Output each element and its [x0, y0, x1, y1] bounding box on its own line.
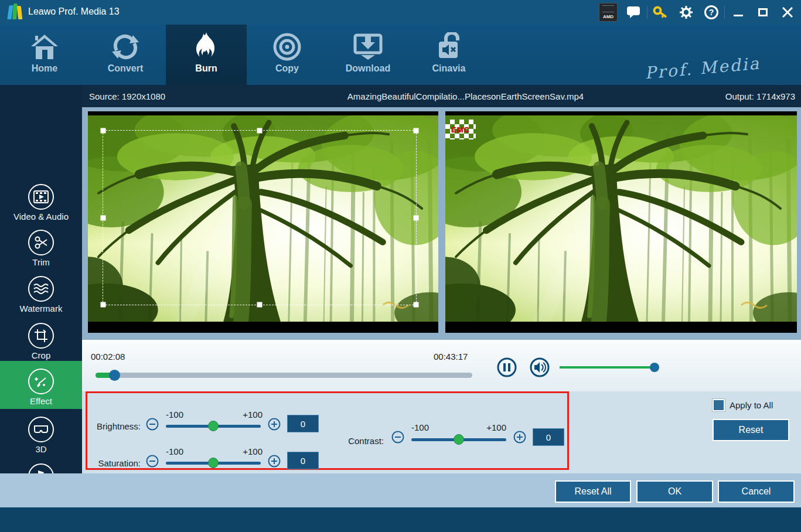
total-time: 00:43:17: [434, 352, 478, 362]
contrast-min-label: -100: [411, 422, 429, 432]
effect-panel: Brightness: -100 +100 0 Saturation: -100…: [82, 391, 801, 473]
saturation-plus-button[interactable]: [268, 455, 281, 468]
download-icon: [328, 32, 408, 62]
app-window: Leawo Prof. Media 13 AMD ? Home: [0, 0, 801, 532]
reset-button[interactable]: Reset: [713, 419, 789, 441]
sidebar-item-effect[interactable]: Effect: [0, 361, 82, 409]
saturation-value[interactable]: 0: [287, 452, 319, 469]
trim-scissors-icon: [28, 230, 54, 255]
window-title: Leawo Prof. Media 13: [28, 6, 120, 17]
volume-button[interactable]: [530, 357, 550, 377]
playback-bar: 00:02:08 00:43:17: [82, 340, 801, 391]
titlebar: Leawo Prof. Media 13 AMD ?: [0, 0, 801, 25]
tab-cinavia[interactable]: Cinavia: [408, 25, 489, 85]
contrast-label: Contrast:: [328, 436, 384, 446]
video-info-bar: Source: 1920x1080 AmazingBeautifulCompil…: [82, 85, 801, 107]
crop-handle-w[interactable]: [101, 215, 106, 220]
crop-handle-n[interactable]: [257, 128, 263, 134]
tab-copy[interactable]: Copy: [247, 25, 328, 85]
crop-handle-sw[interactable]: [101, 302, 106, 308]
source-preview[interactable]: [88, 111, 438, 333]
crop-icon: [28, 323, 54, 349]
sidebar-item-watermark[interactable]: Watermark: [0, 276, 82, 313]
seek-slider[interactable]: [96, 373, 472, 378]
source-resolution: Source: 1920x1080: [89, 91, 241, 101]
output-video-frame: [445, 115, 797, 322]
titlebar-separator: [724, 6, 725, 19]
svg-text:?: ?: [709, 8, 714, 17]
minimize-button[interactable]: [731, 5, 746, 20]
contrast-minus-button[interactable]: [391, 431, 404, 444]
crop-handle-se[interactable]: [414, 302, 419, 308]
close-button[interactable]: [780, 5, 795, 20]
contrast-value[interactable]: 0: [533, 428, 564, 446]
leawo-logo-icon: [8, 4, 23, 21]
apply-to-all-label: Apply to All: [730, 400, 773, 410]
maximize-button[interactable]: [755, 5, 771, 20]
contrast-handle[interactable]: [454, 434, 464, 445]
crop-selection-box[interactable]: [103, 130, 417, 305]
reset-all-button[interactable]: Reset All: [555, 480, 631, 503]
watermark-waves-icon: [28, 276, 54, 302]
crop-handle-ne[interactable]: [414, 128, 419, 134]
current-time: 00:02:08: [91, 352, 125, 362]
cinavia-unlock-mute-icon: [408, 32, 489, 62]
brightness-value[interactable]: 0: [287, 415, 319, 432]
saturation-handle[interactable]: [208, 458, 219, 468]
output-corner-watermark: EMC: [445, 120, 476, 139]
settings-gear-icon[interactable]: [677, 4, 695, 21]
crop-handle-e[interactable]: [414, 215, 419, 220]
brightness-min-label: -100: [166, 410, 183, 420]
saturation-label: Saturation:: [88, 458, 141, 468]
bottom-bar: [0, 507, 801, 532]
sidebar-item-crop[interactable]: Crop: [0, 323, 82, 360]
brightness-plus-button[interactable]: [268, 418, 281, 431]
seek-handle[interactable]: [109, 370, 120, 381]
amd-radeon-badge-icon: AMD: [599, 3, 618, 22]
brightness-minus-button[interactable]: [146, 418, 159, 431]
apply-to-all-checkbox[interactable]: [713, 399, 725, 411]
crop-handle-s[interactable]: [257, 302, 263, 308]
volume-slider[interactable]: [560, 366, 655, 369]
footer-bar: Reset All OK Cancel: [0, 473, 801, 507]
ok-button[interactable]: OK: [636, 480, 713, 503]
main-nav: Home Convert Burn Copy Download: [0, 25, 801, 85]
saturation-max-label: +100: [237, 446, 263, 456]
tab-home[interactable]: Home: [4, 25, 85, 85]
titlebar-separator: [647, 6, 647, 19]
cancel-button[interactable]: Cancel: [718, 480, 795, 503]
output-preview[interactable]: EMC: [445, 111, 797, 333]
tab-download[interactable]: Download: [328, 25, 408, 85]
video-audio-icon: [28, 184, 54, 210]
saturation-min-label: -100: [166, 446, 183, 456]
contrast-max-label: +100: [480, 422, 506, 432]
tab-convert[interactable]: Convert: [85, 25, 166, 85]
crop-handle-nw[interactable]: [101, 128, 106, 134]
sidebar-item-trim[interactable]: Trim: [0, 230, 82, 267]
brightness-max-label: +100: [237, 410, 263, 420]
pause-button[interactable]: [497, 357, 517, 377]
register-key-icon[interactable]: [652, 4, 669, 21]
3d-glasses-icon: [28, 417, 54, 442]
output-resolution: Output: 1714x973: [690, 91, 795, 101]
feedback-chat-icon[interactable]: [625, 4, 642, 21]
burn-flame-icon: [166, 32, 247, 62]
video-filename: AmazingBeautifulCompilatio...PlacesonEar…: [241, 91, 690, 101]
sidebar-item-video-audio[interactable]: Video & Audio: [0, 184, 82, 221]
effect-wand-icon: [28, 369, 54, 394]
copy-disc-icon: [247, 32, 328, 62]
brightness-label: Brightness:: [88, 421, 141, 431]
contrast-plus-button[interactable]: [513, 431, 526, 444]
volume-handle[interactable]: [650, 363, 659, 372]
tab-burn[interactable]: Burn: [166, 25, 247, 85]
saturation-minus-button[interactable]: [146, 455, 159, 468]
sidebar-item-3d[interactable]: 3D: [0, 417, 82, 454]
home-icon: [4, 32, 85, 62]
brightness-handle[interactable]: [208, 421, 219, 431]
help-icon[interactable]: ?: [703, 4, 720, 21]
convert-icon: [85, 32, 166, 62]
preview-panel: EMC: [82, 107, 801, 340]
sidebar: Video & Audio Trim Watermark Crop Effect: [0, 85, 82, 473]
